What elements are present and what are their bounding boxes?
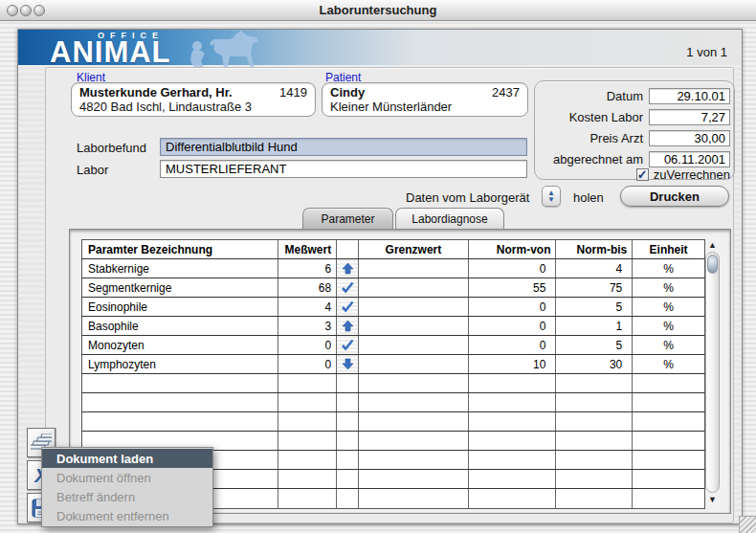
cell-einheit: % — [633, 317, 704, 335]
document-context-menu: Dokument laden Dokument öffnen Betreff ä… — [41, 447, 213, 527]
record-pager: 1 von 1 — [686, 45, 727, 59]
minimize-window-icon[interactable] — [20, 5, 32, 16]
zuverrechnen-checkbox[interactable]: ✓ — [636, 168, 649, 181]
patient-card[interactable]: Cindy 2437 Kleiner Münsterländer — [322, 82, 528, 117]
cell-name: Basophile — [82, 317, 278, 335]
table-row[interactable]: Monozyten005% — [82, 336, 704, 355]
empty-cell — [633, 432, 704, 450]
cell-norm_von: 0 — [469, 336, 557, 354]
cell-einheit: % — [633, 336, 704, 354]
check-icon — [341, 339, 354, 351]
daten-vom-laborgeraet-label: Daten vom Laborgerät — [406, 190, 529, 205]
table-row[interactable]: Stabkernige604% — [82, 259, 704, 278]
empty-cell — [359, 451, 469, 469]
empty-cell — [359, 432, 469, 450]
cell-name: Monozyten — [82, 336, 278, 354]
tab-labordiagnose[interactable]: Labordiagnose — [395, 208, 504, 229]
table-empty-row — [82, 393, 704, 412]
menu-item-betreff-aendern: Betreff ändern — [42, 487, 212, 506]
column-header-grenzwert[interactable]: Grenzwert — [359, 240, 469, 258]
column-header-name[interactable]: Paramter Bezeichnung — [82, 240, 278, 258]
datum-label: Datum — [538, 89, 649, 103]
cell-messwert: 0 — [278, 336, 337, 354]
table-row[interactable]: Basophile301% — [82, 317, 704, 336]
empty-cell — [556, 412, 633, 431]
column-header-status[interactable] — [337, 240, 359, 258]
empty-cell — [469, 451, 557, 469]
kosten-labor-label: Kosten Labor — [538, 110, 649, 124]
empty-cell — [278, 432, 337, 450]
scrollbar-down-icon[interactable]: ▼ — [708, 494, 717, 505]
klient-name: Musterkunde Gerhard, Hr. — [79, 85, 233, 100]
cell-name: Lymphozyten — [82, 355, 278, 373]
cell-name: Eosinophile — [82, 298, 278, 316]
empty-cell — [633, 374, 704, 392]
kosten-labor-field[interactable]: 7,27 — [649, 109, 730, 125]
cell-messwert: 6 — [278, 259, 337, 278]
cell-grenzwert — [359, 317, 469, 335]
empty-cell — [337, 374, 359, 392]
table-row[interactable]: Lymphozyten01030% — [82, 355, 704, 374]
abgerechnet-am-label: abgerechnet am — [538, 152, 649, 167]
dog-silhouette-icon — [184, 31, 260, 71]
status-cell — [337, 317, 359, 335]
cell-grenzwert — [359, 355, 469, 373]
cell-messwert: 4 — [278, 298, 337, 316]
tab-parameter[interactable]: Parameter — [302, 208, 393, 229]
labor-field[interactable]: MUSTERLIEFERANT — [160, 160, 527, 178]
empty-cell — [337, 412, 359, 431]
table-row[interactable]: Segmentkernige685575% — [82, 278, 704, 298]
column-header-einheit[interactable]: Einheit — [633, 240, 704, 258]
klient-id: 1419 — [279, 85, 307, 100]
laborbefund-field[interactable]: Differentialblutbild Hund — [160, 138, 527, 156]
cell-messwert: 68 — [278, 278, 337, 297]
column-header-messwert[interactable]: Meßwert — [278, 240, 337, 258]
klient-address: 4820 Bad Ischl, Lindaustraße 3 — [79, 100, 307, 114]
resize-grip[interactable] — [739, 516, 756, 533]
menu-item-dokument-entfernen: Dokument entfernen — [42, 506, 212, 525]
zoom-window-icon[interactable] — [33, 5, 45, 16]
cell-name: Stabkernige — [82, 259, 278, 278]
check-icon — [341, 300, 354, 313]
empty-cell — [82, 412, 278, 431]
arrow-up-icon — [342, 262, 354, 275]
stepper-down-icon[interactable]: ▼ — [547, 196, 555, 203]
patient-breed: Kleiner Münsterländer — [330, 100, 520, 114]
laborgeraet-stepper[interactable]: ▲ ▼ — [542, 186, 561, 207]
table-scrollbar[interactable]: ▲ ▼ — [704, 239, 721, 505]
cell-grenzwert — [359, 278, 469, 297]
cell-norm_von: 10 — [469, 355, 557, 373]
drucken-button[interactable]: Drucken — [620, 186, 729, 207]
empty-cell — [633, 451, 704, 469]
scrollbar-thumb[interactable] — [707, 255, 718, 274]
window-title: Laboruntersuchung — [320, 3, 437, 17]
patient-id: 2437 — [492, 85, 520, 100]
empty-cell — [337, 393, 359, 411]
zuverrechnen-label: zuVerrechnen — [654, 167, 730, 182]
column-header-norm_bis[interactable]: Norm-bis — [556, 240, 633, 258]
cell-norm_bis: 5 — [556, 336, 633, 354]
empty-cell — [278, 374, 337, 392]
empty-cell — [359, 470, 469, 488]
close-window-icon[interactable] — [7, 5, 18, 16]
check-icon — [341, 281, 354, 294]
empty-cell — [278, 412, 337, 431]
table-row[interactable]: Eosinophile405% — [82, 298, 704, 317]
preis-arzt-field[interactable]: 30,00 — [649, 130, 730, 146]
empty-cell — [556, 470, 633, 488]
preis-arzt-label: Preis Arzt — [538, 131, 649, 145]
patient-name: Cindy — [330, 85, 365, 100]
empty-cell — [337, 451, 359, 469]
scrollbar-track[interactable] — [705, 252, 720, 493]
menu-item-dokument-laden[interactable]: Dokument laden — [42, 449, 212, 468]
window-titlebar[interactable]: Laboruntersuchung — [0, 0, 756, 21]
datum-field[interactable]: 29.10.01 — [649, 88, 730, 104]
empty-cell — [337, 470, 359, 488]
scrollbar-up-icon[interactable]: ▲ — [708, 239, 717, 251]
empty-cell — [469, 374, 557, 392]
cell-norm_von: 0 — [469, 317, 557, 335]
klient-card[interactable]: Musterkunde Gerhard, Hr. 1419 4820 Bad I… — [71, 82, 316, 117]
column-header-norm_von[interactable]: Norm-von — [469, 240, 557, 258]
abgerechnet-am-field[interactable]: 06.11.2001 — [649, 151, 730, 167]
empty-cell — [556, 489, 633, 508]
